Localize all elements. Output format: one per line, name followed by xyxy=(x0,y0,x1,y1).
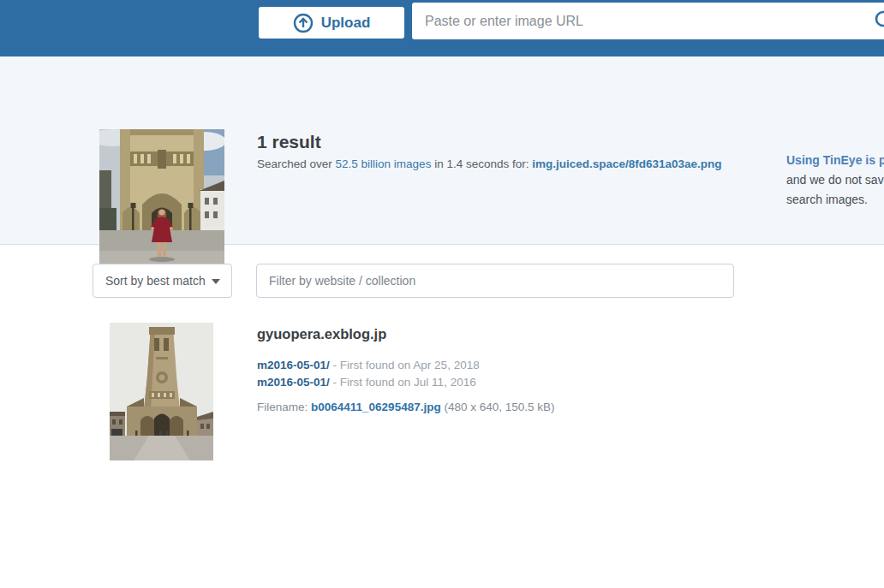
backlink-path-link[interactable]: m2016-05-01/ xyxy=(257,359,330,371)
search-icon[interactable] xyxy=(874,9,884,35)
image-url-input[interactable] xyxy=(412,3,884,39)
privacy-text-line2: and we do not save your xyxy=(786,173,884,187)
searched-image-link[interactable]: img.juiced.space/8fd631a03ae.png xyxy=(532,157,721,170)
sort-dropdown-label: Sort by best match xyxy=(105,274,206,288)
filter-input[interactable] xyxy=(256,264,734,298)
backlink-path-link[interactable]: m2016-05-01/ xyxy=(257,376,330,389)
upload-icon xyxy=(293,13,314,33)
privacy-link[interactable]: Using TinEye is private xyxy=(786,153,884,167)
search-stats-prefix: Searched over xyxy=(257,157,336,170)
query-image-thumbnail[interactable] xyxy=(99,129,224,266)
filesize-text: (480 x 640, 150.5 kB) xyxy=(441,401,555,413)
backlink-found-text: - First found on Jul 11, 2016 xyxy=(330,376,476,389)
privacy-text-line3: search images. xyxy=(786,193,868,206)
filename-label: Filename: xyxy=(257,401,311,413)
upload-button-label: Upload xyxy=(321,15,371,32)
tineye-results-page: Upload xyxy=(0,0,884,588)
match-details: gyuopera.exblog.jp m2016-05-01/ - First … xyxy=(257,323,555,413)
backlinks-list: m2016-05-01/ - First found on Apr 25, 20… xyxy=(257,357,555,391)
backlink-row: m2016-05-01/ - First found on Jul 11, 20… xyxy=(257,374,555,391)
header: Upload xyxy=(0,0,884,56)
filename-link[interactable]: b0064411_06295487.jpg xyxy=(311,401,441,413)
match-domain-link[interactable]: gyuopera.exblog.jp xyxy=(257,326,555,342)
search-stats-middle: in 1.4 seconds for: xyxy=(431,157,532,170)
sort-dropdown[interactable]: Sort by best match xyxy=(93,264,232,298)
chevron-down-icon xyxy=(212,279,220,284)
upload-button[interactable]: Upload xyxy=(259,7,404,39)
backlink-found-text: - First found on Apr 25, 2018 xyxy=(330,359,480,371)
filename-line: Filename: b0064411_06295487.jpg (480 x 6… xyxy=(257,401,555,413)
match-image-thumbnail[interactable] xyxy=(110,323,213,460)
backlink-row: m2016-05-01/ - First found on Apr 25, 20… xyxy=(257,357,555,374)
billion-images-link[interactable]: 52.5 billion images xyxy=(336,157,432,170)
privacy-note: Using TinEye is private and we do not sa… xyxy=(786,151,884,210)
search-stats-line: Searched over 52.5 billion images in 1.4… xyxy=(257,157,722,170)
result-count-heading: 1 result xyxy=(257,132,321,152)
results-summary-band: 1 result Searched over 52.5 billion imag… xyxy=(0,56,884,245)
